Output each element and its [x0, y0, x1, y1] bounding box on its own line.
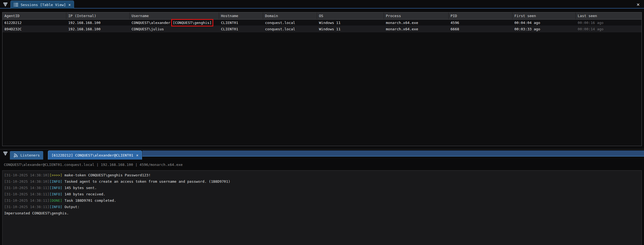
impersonated-token-annotation: [CONQUEST\genghis] [173, 21, 212, 25]
cell-domain: conquest.local [263, 26, 317, 32]
console-log-line: [31-10-2025 14:38:10][INFO] Tasked agent… [4, 178, 639, 185]
cell-last-seen: 00:00:14 ago [576, 26, 642, 32]
console-log-line: [31-10-2025 14:38:11][INFO] Output: [4, 204, 639, 210]
column-header-label: Hostname [221, 14, 238, 18]
column-header-label: OS [319, 14, 323, 18]
console-log-line: [31-10-2025 14:38:11][DONE] Task 1B8D970… [4, 197, 639, 204]
column-header-label: First seen [514, 14, 536, 18]
log-message: Task 1B8D9701 completed. [62, 198, 116, 203]
log-message: Output: [62, 205, 80, 209]
log-message: 140 bytes received. [62, 192, 105, 196]
session-row[interactable]: 6122D212 192.168.168.100 CONQUEST\alexan… [2, 20, 642, 26]
top-tab-bar: Sessions [Table View] ✕ ✕ [0, 0, 644, 9]
listener-signal-icon [13, 153, 18, 158]
log-message: 145 bytes sent. [62, 186, 97, 190]
column-header[interactable]: First seen [512, 12, 576, 19]
cell-first-seen: 00:03:33 ago [512, 26, 576, 32]
filter-icon[interactable] [2, 151, 8, 156]
column-header[interactable]: Username [130, 12, 219, 19]
column-header[interactable]: Domain [263, 12, 317, 19]
cell-pid: 4596 [449, 20, 512, 26]
log-timestamp: [31-10-2025 14:38:11] [4, 186, 49, 190]
log-timestamp: [31-10-2025 14:38:11] [4, 198, 49, 203]
column-header[interactable]: Hostname [219, 12, 263, 19]
column-header[interactable]: PID [449, 12, 512, 19]
log-timestamp: [31-10-2025 14:38:11] [4, 192, 49, 196]
cell-first-seen: 00:04:04 ago [512, 20, 576, 26]
column-header[interactable]: OS [317, 12, 384, 19]
log-tag: [>>>>] [49, 173, 62, 177]
tab-listeners[interactable]: Listeners [10, 151, 43, 160]
console-log-line: Impersonated CONQUEST\genghis. [4, 210, 639, 216]
column-header-label: PID [451, 14, 457, 18]
username-base: CONQUEST\julius [132, 27, 164, 31]
console-log-line: [31-10-2025 14:38:11][INFO] 145 bytes se… [4, 185, 639, 191]
tab-bar-filler [142, 150, 644, 157]
tab-close-icon[interactable]: ✕ [136, 153, 138, 157]
panel-close-icon[interactable]: ✕ [637, 1, 640, 7]
sessions-table: AgentID IP (Internal) Username Hostname … [2, 12, 642, 146]
log-timestamp: [31-10-2025 14:38:10] [4, 173, 49, 177]
sessions-table-body: 6122D212 192.168.168.100 CONQUEST\alexan… [2, 20, 642, 32]
log-tag: [INFO] [49, 192, 62, 196]
log-message: make-token CONQUEST\genghis Password123! [62, 173, 151, 177]
column-header-label: Process [386, 14, 401, 18]
log-tag: [DONE] [49, 198, 62, 203]
cell-ip: 192.168.168.100 [66, 20, 130, 26]
agent-console-output[interactable]: [31-10-2025 14:38:10][>>>>] make-token C… [2, 170, 642, 245]
column-header-label: IP (Internal) [68, 14, 96, 18]
list-icon [14, 3, 18, 7]
bottom-tab-bar: Listeners [6122D212] CONQUEST\alexander@… [0, 149, 644, 159]
cell-ip: 192.168.168.100 [66, 26, 130, 32]
tab-sessions-table-view[interactable]: Sessions [Table View] ✕ [10, 1, 74, 9]
tab-listeners-label: Listeners [20, 153, 40, 157]
cell-username: CONQUEST\julius [130, 26, 219, 32]
log-message: Tasked agent to create an access token f… [62, 179, 230, 184]
cell-process: monarch.x64.exe [384, 20, 449, 26]
log-timestamp: [31-10-2025 14:38:10] [4, 179, 49, 184]
console-log-line: [31-10-2025 14:38:11][INFO] 140 bytes re… [4, 191, 639, 197]
cell-pid: 6668 [449, 26, 512, 32]
column-header-label: Username [132, 14, 149, 18]
cell-hostname: CLIENT01 [219, 26, 263, 32]
cell-os: Windows 11 [317, 26, 384, 32]
tab-close-icon[interactable]: ✕ [68, 3, 70, 7]
agent-console-meta: CONQUEST\alexander@CLIENT01.conquest.loc… [4, 163, 183, 167]
column-header[interactable]: IP (Internal) [66, 12, 130, 19]
tab-sessions-label: Sessions [Table View] [21, 3, 66, 7]
tab-agent-console[interactable]: [6122D212] CONQUEST\alexander@CLIENT01 ✕ [48, 150, 142, 160]
cell-agent-id: 894D232C [2, 26, 66, 32]
tab-agent-console-label: [6122D212] CONQUEST\alexander@CLIENT01 [51, 153, 133, 157]
session-row[interactable]: 894D232C 192.168.168.100 CONQUEST\julius… [2, 26, 642, 32]
column-header-label: AgentID [4, 14, 20, 18]
cell-process: monarch.x64.exe [384, 26, 449, 32]
cell-domain: conquest.local [263, 20, 317, 26]
column-header[interactable]: AgentID [2, 12, 66, 19]
cell-os: Windows 11 [317, 20, 384, 26]
cell-last-seen: 00:00:16 ago [576, 20, 642, 26]
log-tag: [INFO] [49, 179, 62, 184]
cell-hostname: CLIENT01 [219, 20, 263, 26]
log-timestamp: [31-10-2025 14:38:11] [4, 205, 49, 209]
column-header-label: Last seen [578, 14, 597, 18]
filter-icon[interactable] [2, 2, 8, 7]
cell-username: CONQUEST\alexander [CONQUEST\genghis] [130, 20, 219, 26]
column-header[interactable]: Process [384, 12, 449, 19]
log-message: Impersonated CONQUEST\genghis. [4, 211, 69, 215]
username-base: CONQUEST\alexander [132, 21, 170, 25]
log-tag: [INFO] [49, 205, 62, 209]
column-header-label: Domain [265, 14, 278, 18]
sessions-table-header: AgentID IP (Internal) Username Hostname … [2, 12, 642, 20]
log-tag: [INFO] [49, 186, 62, 190]
console-log-line: [31-10-2025 14:38:10][>>>>] make-token C… [4, 172, 639, 178]
column-header[interactable]: Last seen [576, 12, 642, 19]
cell-agent-id: 6122D212 [2, 20, 66, 26]
